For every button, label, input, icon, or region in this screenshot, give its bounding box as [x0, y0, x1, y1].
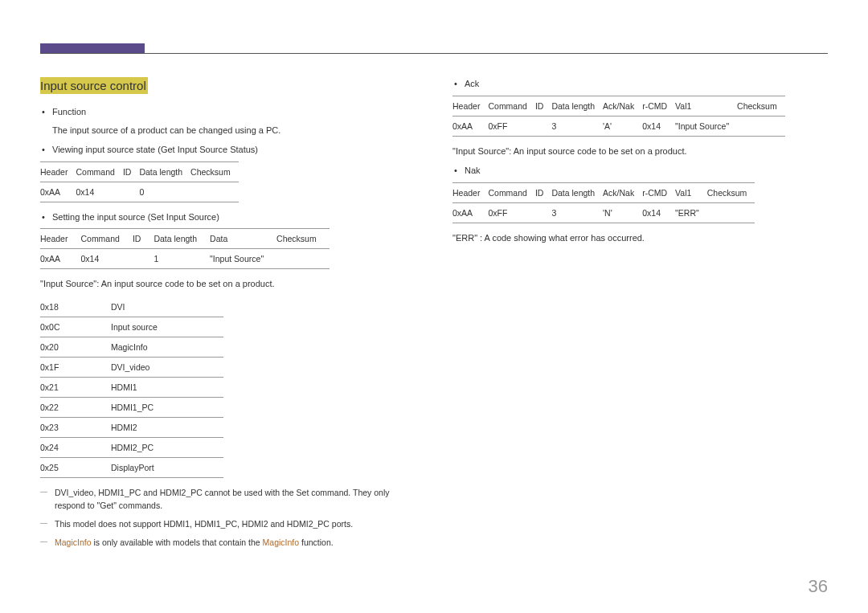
right-column: Ack Header Command ID Data length Ack/Na…: [452, 77, 828, 554]
th: ID: [535, 182, 552, 202]
td: "Input Source": [210, 249, 276, 269]
td: HDMI2_PC: [111, 437, 223, 457]
nak-bullet: Nak: [452, 164, 828, 178]
td: 0x18: [40, 297, 111, 317]
td: DisplayPort: [111, 457, 223, 477]
td: 0x20: [40, 337, 111, 357]
th: Checksum: [707, 182, 755, 202]
td: HDMI2: [111, 417, 223, 437]
footnote-3: MagicInfo is only available with models …: [40, 536, 416, 550]
th: Data length: [154, 229, 210, 249]
th: Header: [452, 182, 488, 202]
magicinfo-highlight: MagicInfo: [263, 537, 300, 547]
ack-bullet: Ack: [452, 77, 828, 91]
viewing-bullet: Viewing input source state (Get Input So…: [40, 143, 416, 157]
ack-description: "Input Source": An input source code to …: [452, 145, 828, 158]
chapter-tab: [40, 43, 145, 53]
source-codes-table: 0x18DVI 0x0CInput source 0x20MagicInfo 0…: [40, 297, 223, 478]
th: Data length: [551, 182, 603, 202]
th: Command: [76, 161, 122, 182]
top-horizontal-rule: [40, 53, 828, 54]
left-column: Input source control Function The input …: [40, 77, 416, 554]
th: Data length: [551, 96, 603, 116]
input-source-description: "Input Source": An input source code to …: [40, 277, 416, 291]
nak-table: Header Command ID Data length Ack/Nak r-…: [452, 182, 755, 223]
th: Ack/Nak: [603, 182, 642, 202]
td: Input source: [111, 317, 223, 337]
th: Command: [488, 182, 534, 202]
th: Val1: [675, 182, 707, 202]
th: Data: [210, 229, 276, 249]
th: Header: [452, 96, 488, 116]
err-description: "ERR" : A code showing what error has oc…: [452, 231, 828, 245]
td: 0x14: [642, 202, 675, 223]
td: [133, 249, 154, 269]
th: Command: [488, 96, 534, 116]
td: [707, 202, 755, 223]
function-description: The input source of a product can be cha…: [40, 124, 416, 137]
th: ID: [133, 229, 154, 249]
td: 'A': [603, 116, 642, 136]
page-number: 36: [809, 576, 828, 597]
th: ID: [123, 161, 140, 182]
td: 0xAA: [452, 116, 488, 136]
td: "Input Source": [675, 116, 737, 136]
th: ID: [535, 96, 552, 116]
th: Checksum: [276, 229, 330, 249]
td: 0x21: [40, 377, 111, 397]
td: 0: [139, 182, 190, 202]
th: Checksum: [190, 161, 239, 182]
td: HDMI1_PC: [111, 397, 223, 417]
td: 0x22: [40, 397, 111, 417]
get-status-table: Header Command ID Data length Checksum 0…: [40, 161, 239, 202]
footnote-1: DVI_video, HDMI1_PC and HDMI2_PC cannot …: [40, 486, 416, 513]
td: 3: [551, 116, 603, 136]
td: 1: [154, 249, 210, 269]
td: [123, 182, 140, 202]
td: 0xAA: [452, 202, 488, 223]
td: 3: [551, 202, 603, 223]
note-text: function.: [299, 537, 334, 547]
td: 0xFF: [488, 116, 534, 136]
td: [535, 202, 552, 223]
function-bullet: Function: [40, 105, 416, 119]
td: 0x14: [642, 116, 675, 136]
th: r-CMD: [642, 182, 675, 202]
td: DVI_video: [111, 357, 223, 377]
td: MagicInfo: [111, 337, 223, 357]
td: [737, 116, 785, 136]
th: Checksum: [737, 96, 785, 116]
td: [190, 182, 239, 202]
td: 0x24: [40, 437, 111, 457]
td: [535, 116, 552, 136]
td: 0x23: [40, 417, 111, 437]
td: "ERR": [675, 202, 707, 223]
setting-bullet: Setting the input source (Set Input Sour…: [40, 210, 416, 224]
td: [276, 249, 330, 269]
set-source-table: Header Command ID Data length Data Check…: [40, 228, 330, 269]
th: Data length: [139, 161, 190, 182]
td: 'N': [603, 202, 642, 223]
section-title: Input source control: [40, 77, 148, 94]
footnote-2: This model does not support HDMI1, HDMI1…: [40, 517, 416, 531]
td: 0x14: [80, 249, 132, 269]
td: 0x25: [40, 457, 111, 477]
td: 0x14: [76, 182, 122, 202]
th: Val1: [675, 96, 737, 116]
td: 0xAA: [40, 182, 76, 202]
note-text: is only available with models that conta…: [92, 537, 263, 547]
td: DVI: [111, 297, 223, 317]
td: HDMI1: [111, 377, 223, 397]
magicinfo-highlight: MagicInfo: [55, 537, 92, 547]
th: Header: [40, 229, 80, 249]
th: Ack/Nak: [603, 96, 642, 116]
th: Header: [40, 161, 76, 182]
td: 0x0C: [40, 317, 111, 337]
th: Command: [80, 229, 132, 249]
td: 0xAA: [40, 249, 80, 269]
th: r-CMD: [642, 96, 675, 116]
ack-table: Header Command ID Data length Ack/Nak r-…: [452, 96, 785, 137]
td: 0x1F: [40, 357, 111, 377]
td: 0xFF: [488, 202, 534, 223]
